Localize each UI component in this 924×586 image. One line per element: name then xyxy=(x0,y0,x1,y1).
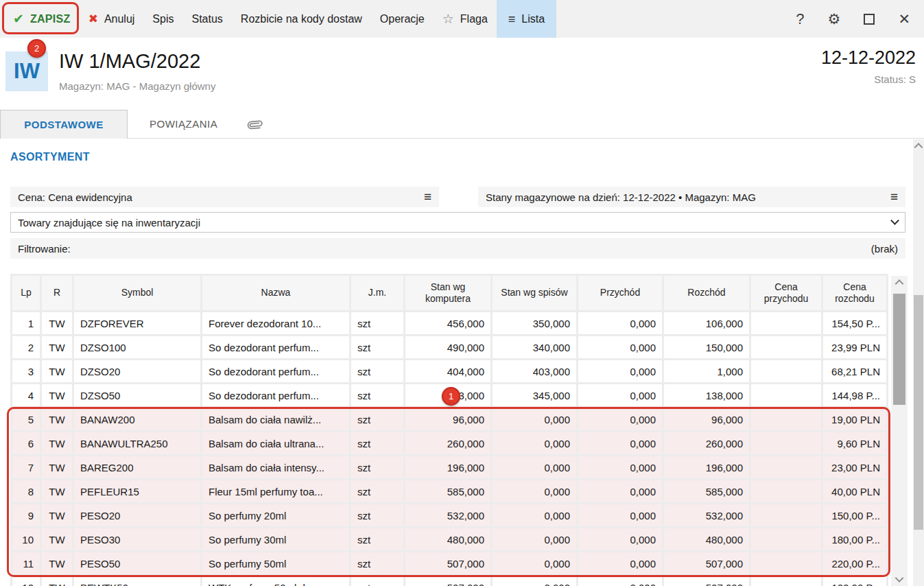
table-cell[interactable] xyxy=(751,360,821,382)
table-cell[interactable]: DZSO50 xyxy=(74,384,200,406)
table-cell[interactable]: BANAW200 xyxy=(74,408,200,430)
table-cell[interactable]: Fleur 15ml perfumy toa... xyxy=(202,480,349,502)
price-type-selector[interactable]: Cena: Cena ewidencyjna ≡ xyxy=(10,187,439,207)
table-cell[interactable]: 150,00 P... xyxy=(823,504,886,526)
table-cell[interactable]: TW xyxy=(42,576,72,586)
table-cell[interactable] xyxy=(751,312,821,334)
table-cell[interactable]: 96,000 xyxy=(405,408,490,430)
table-cell[interactable]: 138,000 xyxy=(664,384,749,406)
table-cell[interactable]: 9 xyxy=(12,504,40,526)
table-cell[interactable]: szt xyxy=(351,552,403,574)
table-cell[interactable]: 96,000 xyxy=(664,408,749,430)
table-scrollbar-thumb[interactable] xyxy=(893,294,905,405)
table-cell[interactable]: 532,000 xyxy=(405,504,490,526)
table-cell[interactable]: 345,000 xyxy=(493,384,576,406)
table-cell[interactable]: TW xyxy=(42,384,72,406)
table-cell[interactable]: DZFOREVER xyxy=(74,312,200,334)
operacje-button[interactable]: Operacje xyxy=(371,0,434,38)
table-row[interactable]: 1TWDZFOREVERForever dezodorant 10...szt4… xyxy=(12,312,886,334)
tab-podstawowe[interactable]: PODSTAWOWE xyxy=(0,110,128,139)
table-cell[interactable] xyxy=(751,480,821,502)
table-cell[interactable]: 0,000 xyxy=(578,528,662,550)
table-cell[interactable]: szt xyxy=(351,456,403,478)
table-cell[interactable]: 40,00 PLN xyxy=(823,480,886,502)
page-scrollbar[interactable] xyxy=(913,139,924,586)
table-cell[interactable]: 196,000 xyxy=(405,456,490,478)
table-cell[interactable] xyxy=(751,504,821,526)
table-cell[interactable]: 0,000 xyxy=(493,552,576,574)
column-header[interactable]: Rozchód xyxy=(664,276,749,310)
table-cell[interactable]: TW xyxy=(42,480,72,502)
table-cell[interactable]: PESO20 xyxy=(74,504,200,526)
table-cell[interactable]: PESO50 xyxy=(74,552,200,574)
table-cell[interactable]: TW xyxy=(42,432,72,454)
table-cell[interactable]: 0,000 xyxy=(578,456,662,478)
table-cell[interactable] xyxy=(751,408,821,430)
table-row[interactable]: 7TWBAREG200Balsam do ciała intensy...szt… xyxy=(12,456,886,478)
table-cell[interactable]: 0,000 xyxy=(578,504,662,526)
table-cell[interactable]: 480,000 xyxy=(405,528,490,550)
table-cell[interactable]: 19,00 PLN xyxy=(823,408,886,430)
table-cell[interactable]: 0,000 xyxy=(578,360,662,382)
table-row[interactable]: 3TWDZSO20So dezodorant perfum...szt404,0… xyxy=(12,360,886,382)
stock-date-selector[interactable]: Stany magazynowe na dzień: 12-12-2022 • … xyxy=(478,187,905,207)
table-cell[interactable]: 7 xyxy=(12,456,40,478)
table-cell[interactable]: szt xyxy=(351,360,403,382)
table-cell[interactable]: DZSO20 xyxy=(74,360,200,382)
spis-button[interactable]: Spis xyxy=(143,0,182,38)
goods-filter-dropdown[interactable]: Towary znajdujące się na inwentaryzacji xyxy=(10,212,905,233)
table-cell[interactable]: 154,50 P... xyxy=(823,312,886,334)
table-cell[interactable]: So perfumy 30ml xyxy=(202,528,349,550)
column-header[interactable]: Cena rozchodu xyxy=(823,276,886,310)
column-header[interactable]: Cena przychodu xyxy=(751,276,821,310)
filtering-bar[interactable]: Filtrowanie: (brak) xyxy=(10,238,905,259)
table-cell[interactable]: 0,000 xyxy=(493,480,576,502)
attachments-button[interactable] xyxy=(239,110,270,138)
column-header[interactable]: R xyxy=(42,276,72,310)
table-cell[interactable]: 404,000 xyxy=(405,360,490,382)
table-cell[interactable]: 4 xyxy=(12,384,40,406)
table-cell[interactable]: So dezodorant perfum... xyxy=(202,336,349,358)
table-cell[interactable]: szt xyxy=(351,480,403,502)
table-row[interactable]: 6TWBANAWULTRA250Balsam do ciała ultrana.… xyxy=(12,432,886,454)
table-cell[interactable]: 150,000 xyxy=(664,336,749,358)
table-cell[interactable]: 350,000 xyxy=(493,312,576,334)
table-cell[interactable]: szt xyxy=(351,312,403,334)
table-cell[interactable]: 180,00 P... xyxy=(823,528,886,550)
table-cell[interactable] xyxy=(751,384,821,406)
table-cell[interactable]: TW xyxy=(42,408,72,430)
scroll-up-icon[interactable] xyxy=(895,279,904,288)
table-cell[interactable] xyxy=(751,432,821,454)
table-row[interactable]: 2TWDZSO100So dezodorant perfum...szt490,… xyxy=(12,336,886,358)
save-button[interactable]: ✔ ZAPISZ xyxy=(4,0,80,38)
table-cell[interactable]: 0,000 xyxy=(493,408,576,430)
table-cell[interactable]: 23,00 PLN xyxy=(823,456,886,478)
table-cell[interactable]: 9,60 PLN xyxy=(823,432,886,454)
table-cell[interactable]: 507,000 xyxy=(664,552,749,574)
table-cell[interactable]: PESO30 xyxy=(74,528,200,550)
table-cell[interactable]: 10 xyxy=(12,528,40,550)
table-cell[interactable]: TW xyxy=(42,336,72,358)
table-row[interactable]: 12TWPEWTK50WTK perfumy 50ml d...szt507,0… xyxy=(12,576,886,586)
flag-button[interactable]: ☆ Flaga xyxy=(434,0,497,38)
table-cell[interactable]: TW xyxy=(42,360,72,382)
table-cell[interactable]: 6 xyxy=(12,432,40,454)
table-cell[interactable]: szt xyxy=(351,408,403,430)
rozbicie-button[interactable]: Rozbicie na kody dostaw xyxy=(232,0,371,38)
table-cell[interactable] xyxy=(751,576,821,586)
table-cell[interactable]: szt xyxy=(351,384,403,406)
table-cell[interactable]: 0,000 xyxy=(578,552,662,574)
table-cell[interactable]: 1 xyxy=(12,312,40,334)
table-cell[interactable]: TW xyxy=(42,528,72,550)
table-cell[interactable]: 0,000 xyxy=(578,384,662,406)
table-cell[interactable]: 196,000 xyxy=(664,456,749,478)
scroll-down-icon[interactable] xyxy=(895,574,904,583)
table-cell[interactable]: 68,21 PLN xyxy=(823,360,886,382)
table-cell[interactable]: 0,000 xyxy=(578,432,662,454)
table-row[interactable]: 5TWBANAW200Balsam do ciała nawilż...szt9… xyxy=(12,408,886,430)
table-cell[interactable] xyxy=(751,528,821,550)
scroll-up-icon[interactable] xyxy=(914,143,923,152)
table-cell[interactable]: 0,000 xyxy=(578,312,662,334)
table-cell[interactable]: TW xyxy=(42,312,72,334)
table-cell[interactable]: WTK perfumy 50ml d... xyxy=(202,576,349,586)
